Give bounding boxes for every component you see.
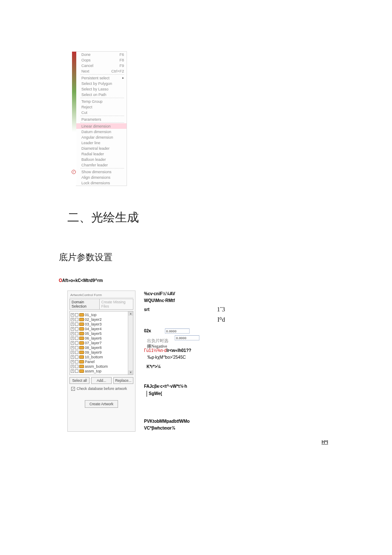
menu-item-show-dimensions[interactable]: ✓ Show dimensions: [76, 169, 127, 174]
garbled-line: VC*βwhcteιor⅞: [144, 425, 225, 432]
expand-icon[interactable]: +: [71, 346, 74, 349]
layer-label: Panel: [85, 360, 95, 364]
expand-icon[interactable]: +: [71, 337, 74, 340]
menu-item-temp-group[interactable]: Temp Group: [76, 99, 127, 104]
layer-label: 04_layer4: [85, 327, 102, 331]
menu-item-balloon-leader[interactable]: Balloon leader: [76, 157, 127, 162]
expand-icon[interactable]: +: [71, 327, 74, 331]
menu-separator: [81, 74, 124, 75]
tree-row[interactable]: +01_top: [71, 312, 132, 317]
scroll-up-icon[interactable]: ▴: [128, 311, 133, 316]
add-button[interactable]: Add...: [91, 377, 111, 384]
tree-row[interactable]: +Panel: [71, 359, 132, 364]
checkbox-icon[interactable]: [75, 351, 78, 354]
folder-icon: [79, 318, 84, 321]
expand-icon[interactable]: +: [71, 332, 74, 335]
menu-item-cut[interactable]: Cut: [76, 110, 127, 115]
tree-row[interactable]: +09_layer9: [71, 350, 132, 355]
scroll-down-icon[interactable]: ▾: [128, 370, 133, 375]
menu-label: Cancel: [81, 64, 93, 68]
expand-icon[interactable]: +: [71, 318, 74, 321]
checkbox-icon[interactable]: [75, 323, 78, 326]
menu-item-select-polygon[interactable]: Select by Polygon: [76, 81, 127, 86]
expand-icon[interactable]: +: [71, 360, 74, 363]
expand-icon[interactable]: +: [71, 355, 74, 359]
layer-label: 09_layer9: [85, 350, 102, 355]
tree-row[interactable]: +08_layer8: [71, 345, 132, 350]
checkbox-icon[interactable]: [75, 327, 78, 331]
expand-icon[interactable]: +: [71, 351, 74, 354]
checkbox-icon[interactable]: [75, 313, 78, 317]
menu-item-select-path[interactable]: Select on Path: [76, 92, 127, 97]
create-artwork-button[interactable]: Create Artwork: [85, 400, 118, 408]
menu-item-diametral-leader[interactable]: Diametral leader: [76, 145, 127, 151]
tree-row[interactable]: +07_layer7: [71, 340, 132, 345]
check-database-row[interactable]: ✓ Check database before artwork: [71, 386, 133, 391]
folder-icon: [79, 351, 84, 354]
menu-item-lock-dimensions[interactable]: Lock dimensions: [76, 180, 127, 186]
tab-domain-selection[interactable]: Domain Selection: [69, 299, 100, 310]
tree-row[interactable]: +04_layer4: [71, 326, 132, 331]
numeric-input[interactable]: 0.0000: [175, 335, 199, 340]
expand-icon[interactable]: +: [71, 323, 74, 326]
checkbox-icon[interactable]: [75, 337, 78, 340]
annot-line-1: 出负片时选: [147, 338, 168, 343]
menu-shortcut: Ctrl+F2: [111, 69, 124, 73]
menu-item-parameters[interactable]: Parameters: [76, 116, 127, 122]
garbled-text: Aft»o«kC<Mtrd9^rm: [62, 278, 103, 283]
menu-item-next[interactable]: Next Ctrl+F2: [76, 68, 127, 74]
checkbox-icon[interactable]: ✓: [71, 387, 75, 391]
checkbox-icon[interactable]: [75, 360, 78, 363]
menu-item-linear-dimension[interactable]: Linear dimension: [76, 123, 127, 129]
menu-item-datum-dimension[interactable]: Datum dimension: [76, 129, 127, 134]
menu-item-persistent-select[interactable]: Persistent select ▸: [76, 75, 127, 81]
folder-icon: [79, 323, 84, 326]
menu-label: Show dimensions: [81, 170, 112, 174]
tree-row[interactable]: +assm_top: [71, 369, 132, 373]
annotation-negative: 出负片时选 择Negative: [147, 338, 168, 349]
checkbox-icon[interactable]: [75, 365, 78, 368]
menu-item-cancel[interactable]: Cancel F9: [76, 63, 127, 68]
checkbox-icon[interactable]: [75, 332, 78, 335]
menu-shortcut: F9: [119, 64, 124, 68]
menu-label: Oops: [81, 58, 91, 62]
expand-icon[interactable]: +: [71, 365, 74, 368]
garbled-line: PVKtobMMpadbtfWMo: [144, 418, 225, 425]
layer-label: 02_layer2: [85, 317, 102, 322]
numeric-input[interactable]: 0.0000: [165, 328, 190, 334]
checkbox-icon[interactable]: [75, 369, 78, 373]
select-all-button[interactable]: Select all: [69, 377, 89, 384]
footer-link[interactable]: H*I: [72, 439, 337, 445]
menu-label: Temp Group: [81, 99, 103, 104]
tree-row[interactable]: +10_bottom: [71, 355, 132, 359]
menu-item-angular-dimension[interactable]: Angular dimension: [76, 134, 127, 140]
checkbox-icon[interactable]: [75, 355, 78, 359]
menu-item-done[interactable]: Done F6: [76, 52, 127, 57]
garbled-line: %cv·cniF½¼AV: [144, 291, 225, 297]
tree-scrollbar[interactable]: ▴ ▾: [128, 311, 133, 375]
menu-item-radial-leader[interactable]: Radial leader: [76, 151, 127, 157]
menu-label: Done: [81, 52, 91, 57]
bracket-icon: SgWe{: [147, 391, 162, 397]
expand-icon[interactable]: +: [71, 313, 74, 317]
checkbox-icon[interactable]: [75, 341, 78, 345]
menu-item-reject[interactable]: Reject: [76, 104, 127, 110]
layer-tree: +01_top+02_layer2+03_layer3+04_layer4+05…: [69, 311, 133, 375]
tree-row[interactable]: +02_layer2: [71, 317, 132, 322]
menu-item-select-lasso[interactable]: Select by Lasso: [76, 86, 127, 92]
menu-label: Angular dimension: [81, 135, 113, 139]
checkbox-icon[interactable]: [75, 346, 78, 349]
menu-item-align-dimensions[interactable]: Align dimensions: [76, 174, 127, 180]
replace-button[interactable]: Replace...: [113, 377, 133, 384]
tree-row[interactable]: +06_layer6: [71, 336, 132, 340]
checkbox-icon[interactable]: [75, 318, 78, 321]
tree-row[interactable]: +03_layer3: [71, 322, 132, 326]
tree-row[interactable]: +assm_bottom: [71, 364, 132, 369]
menu-item-leader-line[interactable]: Leader line: [76, 140, 127, 145]
tab-create-missing[interactable]: Create Missing Files: [100, 299, 133, 310]
tree-row[interactable]: +05_layer5: [71, 331, 132, 336]
menu-item-oops[interactable]: Oops F8: [76, 57, 127, 63]
expand-icon[interactable]: +: [71, 369, 74, 373]
expand-icon[interactable]: +: [71, 341, 74, 345]
menu-item-chamfer-leader[interactable]: Chamfer leader: [76, 162, 127, 168]
